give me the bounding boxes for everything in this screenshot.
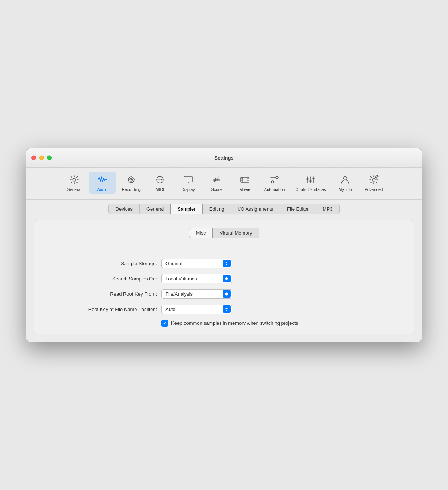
tab-sampler[interactable]: Sampler — [170, 204, 202, 214]
toolbar-label-audio: Audio — [97, 187, 108, 192]
toolbar-item-general[interactable]: General — [61, 172, 88, 194]
sample-storage-select-wrapper: Original Converted Project — [161, 259, 232, 268]
svg-rect-34 — [310, 180, 312, 182]
automation-icon — [269, 174, 281, 186]
tab-devices[interactable]: Devices — [108, 204, 140, 214]
toolbar-label-general: General — [67, 187, 81, 192]
toolbar-item-score[interactable]: Score — [203, 172, 230, 194]
titlebar: Settings — [26, 148, 422, 168]
toolbar-item-control-surfaces[interactable]: Control Surfaces — [291, 172, 330, 194]
toolbar-item-display[interactable]: Display — [175, 172, 202, 194]
sample-storage-label: Sample Storage: — [71, 261, 157, 266]
checkmark-icon: ✓ — [163, 321, 167, 326]
search-samples-label: Search Samples On: — [71, 276, 157, 282]
tab-mp3[interactable]: MP3 — [316, 204, 340, 214]
maximize-button[interactable] — [47, 156, 52, 160]
form-area: Sample Storage: Original Converted Proje… — [41, 259, 407, 327]
root-key-position-select-wrapper: Auto Prefix Suffix — [161, 305, 232, 314]
search-samples-select[interactable]: Local Volumes All Volumes Specific Folde… — [161, 274, 232, 283]
toolbar-label-score: Score — [211, 187, 222, 192]
toolbar-label-advanced: Advanced — [365, 187, 383, 192]
advanced-icon — [368, 174, 380, 186]
read-root-key-select[interactable]: File/Analysis File Only Analysis Only Do… — [161, 289, 232, 299]
subtab-misc[interactable]: Misc — [189, 228, 213, 238]
tab-bar: Devices General Sampler Editing I/O Assi… — [26, 200, 422, 214]
close-button[interactable] — [31, 156, 36, 160]
svg-point-2 — [130, 179, 132, 180]
search-samples-row: Search Samples On: Local Volumes All Vol… — [71, 274, 232, 283]
tab-general[interactable]: General — [139, 204, 171, 214]
toolbar-label-recording: Recording — [122, 187, 141, 192]
svg-point-25 — [271, 181, 274, 183]
toolbar-item-midi[interactable]: MIDI — [146, 172, 173, 194]
score-icon — [211, 174, 223, 186]
root-key-position-row: Root Key at File Name Position: Auto Pre… — [71, 305, 232, 314]
sample-storage-select[interactable]: Original Converted Project — [161, 259, 232, 268]
keep-samples-label: Keep common samples in memory when switc… — [171, 320, 298, 326]
svg-point-4 — [157, 179, 158, 180]
svg-point-36 — [344, 176, 347, 180]
sample-storage-row: Sample Storage: Original Converted Proje… — [71, 259, 232, 268]
toolbar-label-automation: Automation — [264, 187, 285, 192]
svg-point-13 — [214, 180, 215, 182]
recording-icon — [125, 174, 137, 186]
toolbar-item-automation[interactable]: Automation — [260, 172, 290, 194]
svg-point-5 — [159, 179, 160, 180]
toolbar-item-advanced[interactable]: Advanced — [360, 172, 387, 194]
svg-point-6 — [161, 179, 162, 180]
toolbar-item-recording[interactable]: Recording — [117, 172, 145, 194]
toolbar-label-control-surfaces: Control Surfaces — [295, 187, 326, 192]
tab-io-assignments[interactable]: I/O Assignments — [231, 204, 280, 214]
svg-rect-17 — [241, 177, 249, 182]
read-root-key-row: Read Root Key From: File/Analysis File O… — [71, 289, 232, 299]
toolbar-label-display: Display — [182, 187, 195, 192]
svg-point-37 — [375, 175, 378, 178]
movie-icon — [239, 174, 251, 186]
settings-window: Settings General Audio — [26, 148, 422, 342]
read-root-key-select-wrapper: File/Analysis File Only Analysis Only Do… — [161, 289, 232, 299]
audio-icon — [97, 174, 108, 186]
search-samples-select-wrapper: Local Volumes All Volumes Specific Folde… — [161, 274, 232, 283]
svg-rect-33 — [307, 178, 309, 180]
keep-samples-checkbox[interactable]: ✓ — [161, 320, 168, 327]
window-title: Settings — [214, 155, 233, 161]
root-key-position-select[interactable]: Auto Prefix Suffix — [161, 305, 232, 314]
svg-rect-35 — [313, 178, 315, 179]
subtab-virtual-memory[interactable]: Virtual Memory — [212, 228, 259, 238]
tab-editing[interactable]: Editing — [202, 204, 231, 214]
checkbox-row: ✓ Keep common samples in memory when swi… — [161, 320, 298, 327]
midi-icon — [154, 174, 166, 186]
subtab-bar: Misc Virtual Memory — [189, 228, 259, 238]
svg-point-24 — [276, 176, 278, 179]
toolbar-item-audio[interactable]: Audio — [89, 172, 116, 194]
root-key-position-label: Root Key at File Name Position: — [71, 307, 157, 312]
gear-icon — [68, 174, 80, 186]
toolbar-item-movie[interactable]: Movie — [231, 172, 258, 194]
content-panel: Misc Virtual Memory Sample Storage: Orig… — [34, 220, 414, 334]
svg-rect-7 — [184, 176, 192, 182]
toolbar-label-my-info: My Info — [338, 187, 352, 192]
read-root-key-label: Read Root Key From: — [71, 291, 157, 297]
control-surfaces-icon — [305, 174, 316, 186]
svg-point-14 — [216, 178, 218, 180]
content-area: Misc Virtual Memory Sample Storage: Orig… — [26, 214, 422, 342]
tab-file-editor[interactable]: File Editor — [280, 204, 316, 214]
display-icon — [182, 174, 194, 186]
toolbar-item-my-info[interactable]: My Info — [332, 172, 359, 194]
toolbar: General Audio Recording — [26, 168, 422, 200]
minimize-button[interactable] — [39, 156, 44, 160]
my-info-icon — [339, 174, 351, 186]
toolbar-label-movie: Movie — [239, 187, 250, 192]
toolbar-label-midi: MIDI — [155, 187, 164, 192]
traffic-lights — [31, 156, 52, 160]
